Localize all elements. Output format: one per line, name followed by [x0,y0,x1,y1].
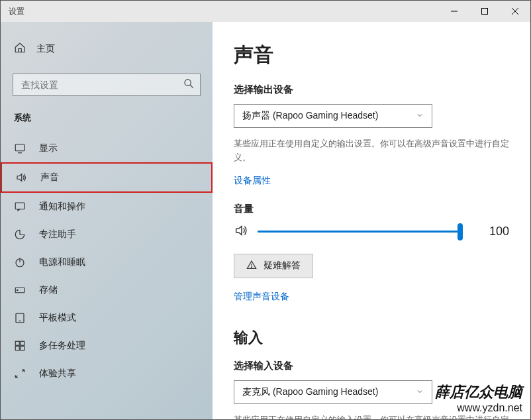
sidebar: 主页 系统 显示 声音 通知和操作 专注助手 电源和睡眠 存储 [1,22,213,419]
window-controls [439,1,530,22]
chevron-down-icon [416,387,424,397]
multitask-icon [14,340,26,352]
chevron-down-icon [416,111,424,121]
svg-rect-1 [482,9,488,15]
home-icon [14,42,26,56]
sidebar-item-storage[interactable]: 存储 [1,276,213,304]
svg-line-5 [190,85,193,88]
svg-rect-6 [15,144,24,151]
sidebar-item-label: 多任务处理 [39,340,85,352]
share-icon [14,368,26,380]
sidebar-item-label: 专注助手 [39,229,76,240]
svg-point-4 [185,79,191,85]
display-icon [14,142,26,154]
input-device-select[interactable]: 麦克风 (Rapoo Gaming Headset) [234,380,432,404]
svg-rect-18 [21,346,24,350]
volume-icon[interactable] [234,223,248,240]
sidebar-item-label: 存储 [39,284,58,296]
minimize-button[interactable] [439,1,469,22]
volume-slider[interactable] [258,225,463,238]
volume-label: 音量 [234,203,509,215]
svg-rect-15 [15,341,19,345]
output-label: 选择输出设备 [234,83,509,96]
page-title: 声音 [234,42,509,69]
slider-track [258,231,463,233]
window-title: 设置 [9,6,24,17]
output-hint: 某些应用正在使用自定义的输出设置。你可以在高级声音设置中进行自定义。 [234,137,509,165]
sidebar-item-label: 显示 [39,142,58,154]
sidebar-item-power[interactable]: 电源和睡眠 [1,248,213,276]
search-icon [183,78,194,91]
search-box[interactable] [13,74,201,96]
focus-icon [14,229,26,240]
power-icon [14,256,26,268]
sidebar-item-label: 声音 [40,172,59,184]
sidebar-item-label: 电源和睡眠 [39,256,85,268]
sidebar-item-notifications[interactable]: 通知和操作 [1,193,213,221]
sound-icon [15,172,27,184]
sidebar-section-title: 系统 [1,112,213,134]
output-device-value: 扬声器 (Rapoo Gaming Headset) [242,110,378,122]
sidebar-item-focus[interactable]: 专注助手 [1,221,213,248]
input-label: 选择输入设备 [234,360,509,372]
sidebar-item-sound[interactable]: 声音 [1,162,213,193]
volume-row: 100 [234,223,509,240]
warning-icon [246,260,257,272]
sidebar-item-label: 体验共享 [39,368,76,380]
sidebar-item-tablet[interactable]: 平板模式 [1,304,213,332]
output-device-select[interactable]: 扬声器 (Rapoo Gaming Headset) [234,104,432,128]
home-label: 主页 [36,43,55,55]
volume-value: 100 [489,225,509,238]
home-button[interactable]: 主页 [1,35,213,63]
main-content: 声音 选择输出设备 扬声器 (Rapoo Gaming Headset) 某些应… [213,22,530,419]
svg-point-12 [17,289,19,291]
sidebar-item-multitask[interactable]: 多任务处理 [1,332,213,360]
input-hint: 某些应用正在使用自定义的输入设置。你可以在高级声音设置中进行自定义。 [234,413,509,419]
manage-devices-link[interactable]: 管理声音设备 [234,291,289,303]
sidebar-item-label: 平板模式 [39,312,76,324]
notifications-icon [14,201,26,213]
troubleshoot-label: 疑难解答 [264,260,301,272]
close-button[interactable] [500,1,530,22]
device-properties-link[interactable]: 设备属性 [234,175,271,187]
sidebar-item-share[interactable]: 体验共享 [1,360,213,388]
svg-rect-16 [21,341,24,345]
sidebar-item-label: 通知和操作 [39,201,85,213]
titlebar: 设置 [1,1,530,22]
search-input[interactable] [13,74,201,96]
troubleshoot-button[interactable]: 疑难解答 [234,254,313,278]
maximize-button[interactable] [469,1,500,22]
slider-thumb[interactable] [458,223,463,240]
svg-rect-8 [15,203,24,209]
input-heading: 输入 [234,328,509,348]
svg-point-20 [251,266,252,267]
input-device-value: 麦克风 (Rapoo Gaming Headset) [242,386,378,398]
storage-icon [14,284,26,296]
tablet-icon [14,312,26,324]
sidebar-item-display[interactable]: 显示 [1,134,213,162]
svg-rect-17 [15,346,19,350]
